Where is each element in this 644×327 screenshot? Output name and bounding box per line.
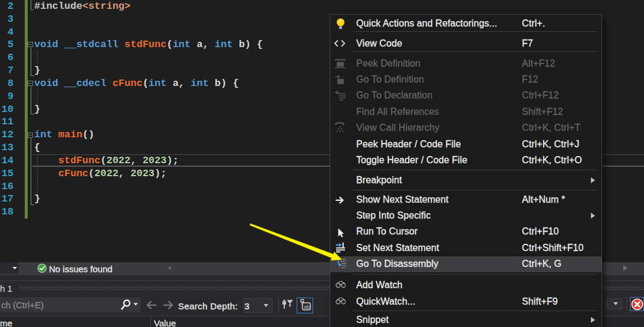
svg-text:ab: ab [304,303,310,310]
